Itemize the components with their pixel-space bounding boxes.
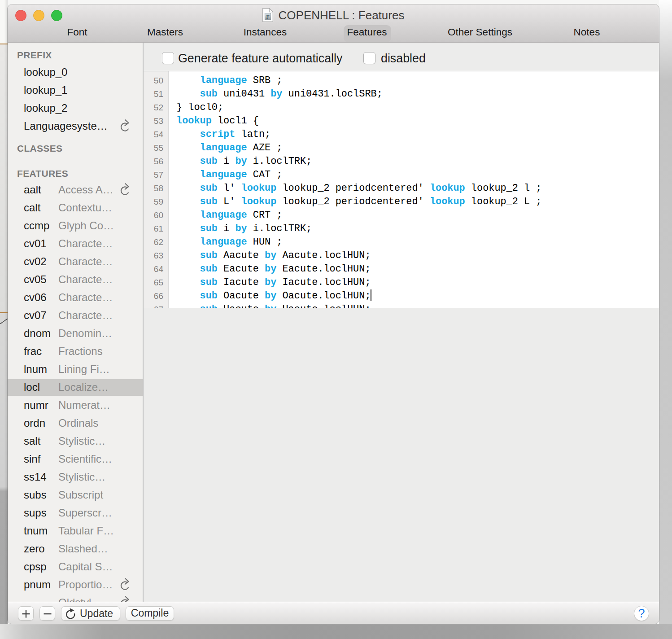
svg-text:F: F xyxy=(266,13,270,20)
